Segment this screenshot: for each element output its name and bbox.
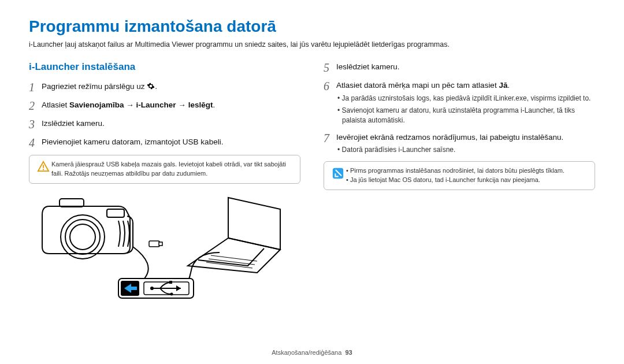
- info-item: Pirms programmas instalēšanas nodrošinie…: [346, 166, 564, 176]
- camera-laptop-illustration: [29, 192, 300, 307]
- svg-point-2: [61, 215, 105, 259]
- step-text: Izslēdziet kameru.: [42, 118, 300, 129]
- step-sub: Datorā parādīsies i-Launcher saīsne.: [336, 145, 595, 155]
- page-title: Programmu izmantošana datorā: [29, 17, 595, 36]
- step-number: 2: [29, 99, 42, 112]
- step-text: Ieslēdziet kameru.: [336, 61, 595, 73]
- page-footer: Atskaņošana/rediģēšana 93: [0, 349, 624, 356]
- step-number: 6: [324, 80, 336, 92]
- step-text: Ievērojiet ekrānā redzamos norādījumus, …: [336, 133, 563, 142]
- svg-rect-11: [159, 242, 162, 246]
- footer-section: Atskaņošana/rediģēšana: [272, 349, 341, 356]
- warning-icon: [35, 160, 51, 172]
- left-column: i-Launcher instalēšana 1 Pagrieziet režī…: [29, 61, 300, 307]
- step-sub: Savienojot kameru ar datoru, kurā uzinst…: [336, 106, 595, 126]
- step-5: 5 Ieslēdziet kameru.: [324, 61, 595, 74]
- step-text: Pievienojiet kameru datoram, izmantojot …: [42, 136, 300, 148]
- step-number: 5: [324, 61, 336, 74]
- step-text-post: .: [155, 82, 157, 91]
- svg-rect-17: [169, 281, 172, 284]
- svg-point-4: [70, 224, 95, 250]
- step-3: 3 Izslēdziet kameru.: [29, 118, 300, 131]
- step-1: 1 Pagrieziet režīmu pārslēgu uz .: [29, 81, 300, 94]
- step-sub: Ja parādās uznirstošais logs, kas piedāv…: [336, 94, 595, 103]
- step-text: Atlasiet datorā mērķa mapi un pēc tam at…: [336, 81, 510, 90]
- info-callout: Pirms programmas instalēšanas nodrošinie…: [324, 161, 595, 190]
- step-number: 1: [29, 81, 42, 94]
- step-number: 3: [29, 118, 42, 131]
- page-number: 93: [345, 349, 352, 356]
- right-column: 5 Ieslēdziet kameru. 6 Atlasiet datorā m…: [324, 61, 595, 307]
- step-number: 4: [29, 136, 42, 149]
- warning-callout: Kamerā jāiesprauž USB kabeļa mazais gals…: [29, 155, 300, 184]
- svg-point-1: [43, 169, 44, 170]
- gear-icon: [147, 82, 155, 90]
- info-item: Ja jūs lietojat Mac OS datoru, tad i-Lau…: [346, 176, 564, 185]
- svg-rect-5: [107, 209, 124, 217]
- step-text-pre: Pagrieziet režīmu pārslēgu uz: [42, 82, 147, 91]
- step-text: Atlasiet Savienojamība → i-Launcher → Ie…: [42, 99, 300, 111]
- svg-rect-6: [60, 199, 84, 207]
- section-heading: i-Launcher instalēšana: [29, 61, 300, 73]
- step-4: 4 Pievienojiet kameru datoram, izmantojo…: [29, 136, 300, 149]
- svg-rect-10: [149, 241, 159, 247]
- note-icon: [330, 166, 346, 180]
- step-2: 2 Atlasiet Savienojamība → i-Launcher → …: [29, 99, 300, 112]
- step-7: 7 Ievērojiet ekrānā redzamos norādījumus…: [324, 132, 595, 155]
- step-number: 7: [324, 132, 336, 144]
- warning-text: Kamerā jāiesprauž USB kabeļa mazais gals…: [51, 160, 294, 179]
- step-6: 6 Atlasiet datorā mērķa mapi un pēc tam …: [324, 80, 595, 126]
- intro-text: i-Launcher ļauj atskaņot failus ar Multi…: [29, 40, 595, 49]
- svg-point-18: [170, 292, 173, 295]
